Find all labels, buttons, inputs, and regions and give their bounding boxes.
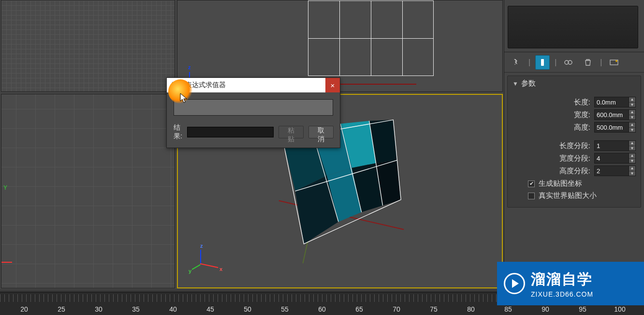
param-width: 宽度: ▲▼ [512,109,636,120]
timeline-tick: 20 [15,305,34,313]
chevron-down-icon: ▼ [512,80,518,87]
rollout-title: 参数 [521,79,536,88]
spinner-arrows[interactable]: ▲▼ [629,109,636,120]
length-segs-input[interactable] [594,140,629,151]
hierarchy-icon[interactable] [561,55,576,70]
timeline-tick: 65 [350,305,369,313]
width-segs-label: 宽度分段: [550,154,590,163]
checkbox-unchecked-icon[interactable] [528,193,535,199]
grid [1,0,175,91]
param-width-segs: 宽度分段: ▲▼ [512,153,636,164]
timeline-tick: 40 [163,305,183,313]
close-button[interactable]: × [325,78,340,92]
length-input[interactable] [594,97,629,107]
brand-title: 溜溜自学 [531,270,593,289]
length-label: 长度: [550,98,590,107]
width-input[interactable] [594,109,629,120]
expression-input[interactable] [174,99,333,116]
timeline-tick: 90 [536,305,555,313]
param-height: 高度: ▲▼ [512,122,636,133]
separator: | [555,58,556,67]
result-output [187,127,274,137]
width-segs-input[interactable] [594,153,629,164]
dialog-title-text: 数值表达式求值器 [172,81,226,90]
viewport-top-left[interactable] [1,0,175,92]
separator: | [528,58,530,67]
color-swatch-preview[interactable] [508,6,638,48]
brand-url: ZIXUE.3D66.COM [531,290,593,298]
timeline-labels: 20253035404550556065707580859095100 [0,305,644,313]
param-height-segs: 高度分段: ▲▼ [512,165,636,176]
watermark: 溜溜自学 ZIXUE.3D66.COM [497,262,644,305]
svg-rect-10 [541,59,544,66]
real-world-label: 真实世界贴图大小 [539,191,597,200]
param-length-segs: 长度分段: ▲▼ [512,140,636,151]
modify-tab-icon[interactable] [535,55,550,70]
axis-z-label: z [188,64,191,70]
timeline-tick: 30 [89,305,108,313]
result-label: 结果: [174,123,182,141]
timeline-tick: 45 [201,305,220,313]
real-world-row[interactable]: 真实世界贴图大小 [528,191,636,200]
length-segs-label: 长度分段: [550,141,590,150]
checkbox-checked-icon[interactable]: ✔ [528,180,535,187]
svg-point-14 [615,60,617,62]
timeline-tick: 50 [238,305,257,313]
panel-toolbar: | | | [504,52,644,73]
param-length: 长度: ▲▼ [512,97,636,107]
axis-z-label: z [200,243,203,249]
grid [1,94,175,288]
wireframe-line [402,0,403,76]
timeline-tick: 55 [275,305,294,313]
axis-y-label: Y [3,184,7,191]
width-label: 宽度: [550,110,590,120]
timeline-tick: 75 [424,305,443,313]
timeline-tick: 70 [387,305,406,313]
generate-mapping-label: 生成贴图坐标 [539,179,582,188]
timeline-tick: 85 [498,305,518,313]
timeline-tick: 60 [312,305,332,313]
utilities-icon[interactable] [607,55,621,70]
height-label: 高度: [550,123,590,132]
parameters-rollout: ▼ 参数 长度: ▲▼ 宽度: ▲▼ [507,75,641,208]
spinner-arrows[interactable]: ▲▼ [629,122,636,133]
spinner-arrows[interactable]: ▲▼ [629,165,636,176]
axis-x-label: x [220,266,222,272]
timeline-tick: 100 [610,305,629,313]
height-input[interactable] [594,122,629,133]
viewport-bottom-left[interactable]: Y [1,94,175,288]
spinner-arrows[interactable]: ▲▼ [629,97,636,107]
numeric-evaluator-dialog: 数值表达式求值器 × 结果: 粘贴 取消 [166,77,340,148]
rollout-header[interactable]: ▼ 参数 [508,76,641,91]
height-segs-input[interactable] [594,165,629,176]
close-icon: × [331,81,335,90]
wireframe-line [339,0,340,76]
play-icon [504,273,525,294]
wireframe-line [371,0,371,76]
paste-button[interactable]: 粘贴 [278,126,304,138]
axis-y-label: y [189,268,191,274]
generate-mapping-row[interactable]: ✔ 生成贴图坐标 [528,179,636,188]
axis-x [1,262,12,263]
timeline-tick: 35 [126,305,146,313]
pin-icon[interactable] [509,55,524,70]
timeline-tick: 80 [461,305,481,313]
dialog-titlebar[interactable]: 数值表达式求值器 × [167,78,340,92]
timeline-tick: 95 [573,305,592,313]
separator: | [600,58,602,67]
height-segs-label: 高度分段: [550,166,590,176]
spinner-arrows[interactable]: ▲▼ [629,140,636,151]
spinner-arrows[interactable]: ▲▼ [629,153,636,164]
cancel-button[interactable]: 取消 [308,126,334,138]
timeline-tick: 25 [52,305,71,313]
delete-icon[interactable] [581,55,595,70]
